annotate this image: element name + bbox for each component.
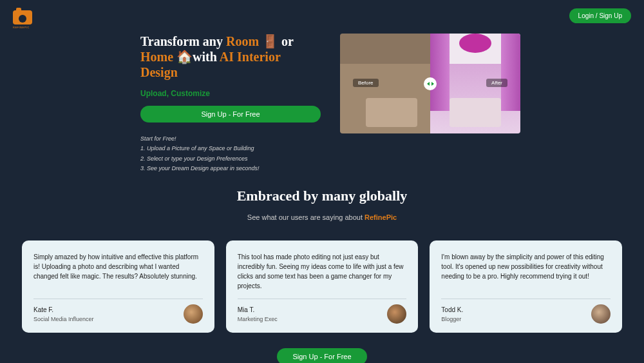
testimonial-card: I'm blown away by the simplicity and pow… xyxy=(430,240,622,333)
steps-heading: Start for Free! xyxy=(140,134,321,144)
testimonial-text: I'm blown away by the simplicity and pow… xyxy=(441,252,611,291)
avatar xyxy=(591,304,611,324)
signup-button-hero[interactable]: Sign Up - For Free xyxy=(140,106,321,123)
testimonial-role: Marketing Exec xyxy=(238,316,278,322)
hero-title: Transform any Room 🚪 or Home 🏠with AI In… xyxy=(140,34,321,80)
testimonial-name: Todd K. xyxy=(441,306,463,313)
step-2: 2. Select or type your Design Preference… xyxy=(140,154,321,164)
testimonial-card: Simply amazed by how intuitive and effec… xyxy=(22,240,214,333)
testimonials-row: Simply amazed by how intuitive and effec… xyxy=(0,240,644,333)
testimonial-text: Simply amazed by how intuitive and effec… xyxy=(33,252,203,291)
embraced-subtitle: See what our users are saying about Refi… xyxy=(0,213,644,221)
slider-handle-icon[interactable] xyxy=(424,77,437,90)
avatar xyxy=(184,304,203,324)
testimonial-card: This tool has made photo editing not jus… xyxy=(226,240,419,333)
testimonial-name: Kate F. xyxy=(33,306,94,313)
after-image: After xyxy=(430,34,520,133)
testimonial-role: Social Media Influencer xyxy=(33,316,94,322)
testimonial-role: Blogger xyxy=(441,316,463,322)
testimonial-text: This tool has made photo editing not jus… xyxy=(238,252,407,291)
hero-section: Transform any Room 🚪 or Home 🏠with AI In… xyxy=(0,34,644,173)
before-label: Before xyxy=(353,79,379,87)
before-after-slider[interactable]: Before After xyxy=(340,34,520,133)
camera-icon xyxy=(13,10,32,25)
step-3: 3. See your Dream Design appear in secon… xyxy=(140,164,321,173)
testimonial-name: Mia T. xyxy=(238,306,278,313)
step-1: 1. Upload a Picture of any Space or Buil… xyxy=(140,144,321,153)
avatar xyxy=(387,304,406,324)
login-signup-button[interactable]: Login / Sign Up xyxy=(569,8,631,23)
signup-button-mid[interactable]: Sign Up - For Free xyxy=(277,348,366,363)
social-proof-heading: Embraced by many globally See what our u… xyxy=(0,188,644,221)
embraced-title: Embraced by many globally xyxy=(0,188,644,204)
hero-tagline: Upload, Customize xyxy=(140,89,321,98)
after-label: After xyxy=(486,79,507,87)
brand-logo[interactable]: REFINEPIC xyxy=(13,6,32,25)
brand-text: REFINEPIC xyxy=(13,26,30,29)
before-image: Before xyxy=(340,34,430,133)
start-steps: Start for Free! 1. Upload a Picture of a… xyxy=(140,134,321,173)
